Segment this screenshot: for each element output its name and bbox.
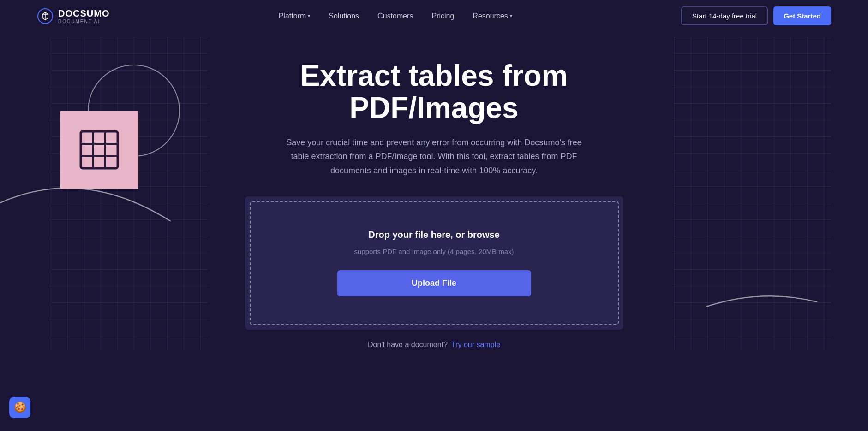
nav-links: Platform ▾ Solutions Customers Pricing R… (279, 12, 512, 20)
nav-link-pricing[interactable]: Pricing (431, 12, 454, 20)
try-sample-prefix: Don't have a document? (368, 341, 448, 349)
nav-buttons: Start 14-day free trial Get Started (681, 6, 831, 25)
nav-item-resources[interactable]: Resources ▾ (473, 12, 512, 20)
trial-button[interactable]: Start 14-day free trial (681, 6, 768, 25)
nav-item-platform[interactable]: Platform ▾ (279, 12, 311, 20)
logo-icon (37, 8, 54, 24)
nav-item-pricing[interactable]: Pricing (431, 12, 454, 20)
upload-support-text: supports PDF and Image only (4 pages, 20… (354, 248, 514, 255)
upload-container: Drop your file here, or browse supports … (245, 196, 623, 330)
try-sample-link[interactable]: Try our sample (451, 341, 500, 349)
cookie-badge[interactable]: 🍪 (9, 397, 30, 418)
logo-name: DOCSUMO (58, 8, 109, 19)
nav-link-resources[interactable]: Resources ▾ (473, 12, 512, 20)
try-sample-row: Don't have a document? Try our sample (368, 341, 500, 349)
hero-title: Extract tables from PDF/Images (236, 59, 633, 124)
nav-link-solutions[interactable]: Solutions (329, 12, 359, 20)
navigation: DOCSUMO Document AI Platform ▾ Solutions… (0, 0, 868, 32)
cookie-icon: 🍪 (14, 401, 26, 413)
nav-item-customers[interactable]: Customers (377, 12, 413, 20)
hero-description: Save your crucial time and prevent any e… (282, 136, 587, 178)
get-started-button[interactable]: Get Started (773, 6, 831, 25)
logo[interactable]: DOCSUMO Document AI (37, 8, 109, 24)
chevron-down-icon-resources: ▾ (510, 13, 512, 18)
chevron-down-icon: ▾ (308, 13, 310, 18)
nav-item-solutions[interactable]: Solutions (329, 12, 359, 20)
upload-drop-text: Drop your file here, or browse (368, 230, 500, 240)
upload-file-button[interactable]: Upload File (337, 270, 531, 296)
logo-text: DOCSUMO Document AI (58, 8, 109, 24)
nav-link-platform[interactable]: Platform ▾ (279, 12, 311, 20)
hero-section: Extract tables from PDF/Images Save your… (0, 32, 868, 367)
nav-link-customers[interactable]: Customers (377, 12, 413, 20)
upload-dropzone[interactable]: Drop your file here, or browse supports … (250, 201, 619, 325)
logo-subtitle: Document AI (58, 19, 109, 24)
